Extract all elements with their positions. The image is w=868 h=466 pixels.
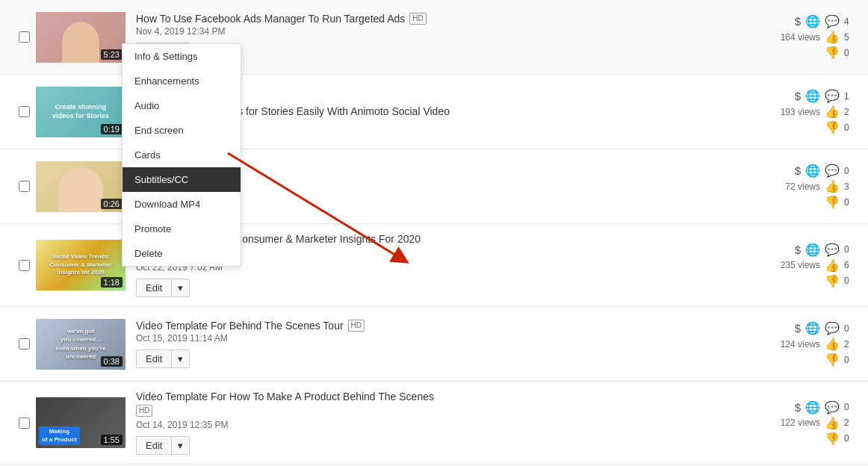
dislike-count: 0 [844, 48, 856, 58]
menu-item-enhancements[interactable]: Enhancements [123, 69, 241, 93]
menu-item-delete[interactable]: Delete [123, 241, 241, 266]
like-icon: 👍 [825, 179, 840, 193]
video-thumbnail: 5:23 [36, 12, 125, 63]
row-checkbox[interactable] [19, 417, 30, 429]
globe-icon: 🌐 [805, 321, 820, 335]
video-title: Video Template For Behind The Scenes Tou… [136, 320, 766, 332]
edit-dropdown-button[interactable]: ▾ [171, 279, 190, 297]
menu-item-audio[interactable]: Audio [123, 93, 241, 118]
like-count: 2 [844, 417, 856, 428]
menu-item-cards[interactable]: Cards [123, 143, 241, 167]
dislike-count: 0 [844, 197, 856, 208]
comment-count: 0 [844, 244, 856, 255]
menu-item-info[interactable]: Info & Settings [123, 44, 241, 69]
duration-badge: 0:26 [101, 199, 123, 209]
right-section: $ 🌐 💬 0 72 views 👍 3 . 👎 0 [785, 164, 856, 209]
like-icon: 👍 [825, 416, 840, 430]
video-thumbnail: 0:26 [36, 161, 125, 212]
monetize-row: $ 🌐 💬 0 [795, 321, 856, 335]
hd-badge: HD [409, 13, 426, 25]
thumb-label: Create stunningvideos for Stories [52, 103, 109, 120]
row-checkbox-col [12, 31, 36, 43]
dislike-count: 0 [844, 355, 856, 365]
menu-item-download[interactable]: Download MP4 [123, 192, 241, 217]
like-count: 2 [844, 339, 856, 350]
thumb-label: Social Video Trends:Consumer & MarketerI… [49, 253, 111, 276]
views-label: 164 views [781, 32, 820, 43]
row-checkbox[interactable] [19, 338, 30, 350]
views-row: 72 views 👍 3 [785, 179, 856, 193]
thumbnail-col: 0:26 [36, 161, 125, 212]
row-checkbox[interactable] [19, 31, 30, 43]
row-checkbox[interactable] [19, 181, 30, 192]
row-checkbox[interactable] [19, 106, 30, 117]
row-checkbox-col [12, 106, 36, 117]
globe-icon: 🌐 [805, 14, 820, 28]
menu-item-promote[interactable]: Promote [123, 217, 241, 241]
comment-count: 1 [844, 91, 856, 102]
dislike-icon: 👎 [825, 195, 840, 209]
row-checkbox[interactable] [19, 260, 30, 271]
row-checkbox-col [12, 417, 36, 429]
metrics-group: $ 🌐 💬 0 235 views 👍 6 . 👎 0 [781, 243, 856, 288]
edit-dropdown-button[interactable]: ▾ [171, 436, 190, 455]
views-row: 164 views 👍 5 [781, 30, 856, 44]
metrics-group: $ 🌐 💬 0 72 views 👍 3 . 👎 0 [785, 164, 856, 209]
dislike-row: . 👎 0 [817, 352, 856, 367]
duration-badge: 1:18 [101, 277, 123, 288]
dollar-icon: $ [795, 164, 801, 177]
monetize-row: $ 🌐 💬 0 [795, 400, 856, 414]
monetize-row: $ 🌐 💬 1 [795, 89, 856, 103]
video-row: 5:23 How To Use Facebook Ads Manager To … [0, 0, 868, 75]
like-count: 3 [844, 181, 856, 192]
hd-badge: HD [348, 320, 365, 332]
video-date: Oct 15, 2019 11:14 AM [136, 333, 766, 344]
comment-count: 4 [844, 16, 856, 27]
comment-icon: 💬 [825, 321, 840, 335]
edit-btn-group: Edit ▾ [136, 279, 766, 297]
dislike-icon: 👎 [825, 274, 840, 288]
row-checkbox-col [12, 181, 36, 192]
right-section: $ 🌐 💬 1 193 views 👍 2 . 👎 0 [781, 89, 856, 134]
comment-icon: 💬 [825, 14, 840, 28]
video-info: Video Template For How To Make A Product… [136, 391, 781, 455]
menu-item-endscreen[interactable]: End screen [123, 118, 241, 143]
monetize-row: $ 🌐 💬 4 [795, 14, 856, 28]
globe-icon: 🌐 [805, 89, 820, 103]
video-thumbnail: Create stunningvideos for Stories 0:19 [36, 87, 125, 137]
menu-item-subtitles[interactable]: Subtitles/CC [123, 167, 241, 192]
edit-button[interactable]: Edit [136, 350, 171, 368]
duration-badge: 0:19 [101, 124, 123, 134]
comment-icon: 💬 [825, 164, 840, 178]
video-title: Video Template For How To Make A Product… [136, 391, 766, 403]
edit-dropdown-button[interactable]: ▾ [171, 350, 190, 368]
edit-button[interactable]: Edit [136, 436, 171, 455]
row-checkbox-col [12, 338, 36, 350]
video-thumbnail: Makingof a Product 1:55 [36, 397, 125, 448]
video-row: Makingof a Product 1:55 Video Template F… [0, 382, 868, 465]
video-list: 5:23 How To Use Facebook Ads Manager To … [0, 0, 868, 465]
right-section: $ 🌐 💬 0 122 views 👍 2 . 👎 0 [781, 400, 856, 446]
thumbnail-col: we've gotyou covered...even when you'reu… [36, 319, 125, 370]
dislike-row: . 👎 0 [817, 432, 856, 446]
row-checkbox-col [12, 260, 36, 271]
thumb-label: Makingof a Product [39, 426, 80, 445]
thumbnail-col: 5:23 [36, 12, 125, 63]
thumbnail-col: Makingof a Product 1:55 [36, 397, 125, 448]
metrics-group: $ 🌐 💬 1 193 views 👍 2 . 👎 0 [781, 89, 856, 134]
metrics-group: $ 🌐 💬 4 164 views 👍 5 . 👎 0 [781, 14, 856, 60]
dislike-count: 0 [844, 433, 856, 444]
dislike-row: . 👎 0 [817, 120, 856, 134]
views-label: 193 views [781, 107, 820, 117]
dollar-icon: $ [795, 243, 801, 256]
edit-button[interactable]: Edit [136, 279, 171, 297]
views-label: 122 views [781, 417, 820, 428]
like-icon: 👍 [825, 337, 840, 351]
video-row: we've gotyou covered...even when you'reu… [0, 307, 868, 382]
title-text: How To Use Facebook Ads Manager To Run T… [136, 13, 405, 25]
comment-count: 0 [844, 323, 856, 334]
video-date: Oct 14, 2019 12:35 PM [136, 420, 766, 430]
globe-icon: 🌐 [805, 164, 820, 178]
thumb-person [58, 167, 103, 212]
comment-count: 0 [844, 166, 856, 176]
